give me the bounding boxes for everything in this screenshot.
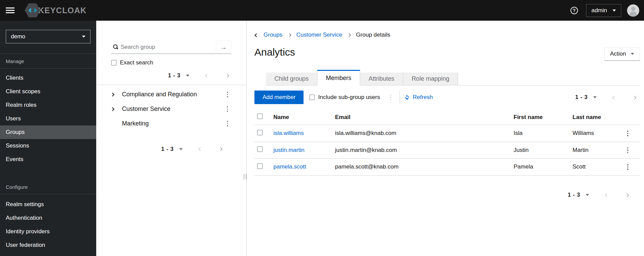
sidebar-item-groups[interactable]: Groups [0,125,96,139]
tab-child-groups[interactable]: Child groups [266,73,317,85]
pagination-prev-button[interactable] [604,191,609,199]
breadcrumb: Groups Customer Service Group details [254,31,640,39]
panel-resize-handle[interactable] [244,174,246,179]
exact-search-checkbox[interactable] [111,60,117,65]
page-title: Analytics [254,46,295,58]
sidebar-item-authentication[interactable]: Authentication [0,211,96,225]
chevron-down-icon [179,148,183,150]
table-row: isla.williams isla.williams@knab.com Isl… [254,125,640,142]
search-submit-button[interactable]: → [216,41,231,54]
refresh-label: Refresh [413,94,433,101]
pagination-next-button[interactable] [632,94,637,101]
kebab-menu-icon[interactable] [624,129,631,138]
chevron-down-icon [82,36,85,38]
kebab-menu-icon[interactable] [224,105,231,113]
chevron-right-icon[interactable] [111,93,121,96]
group-tree: Compliance and Regulation Customer Servi… [96,87,246,131]
kebab-menu-icon[interactable] [624,163,631,171]
kebab-menu-icon[interactable] [224,90,231,99]
pagination-next-button[interactable] [624,191,630,199]
pagination-range-dropdown[interactable]: 1 - 3 [161,146,183,152]
select-all-checkbox[interactable] [257,114,263,119]
search-icon [113,44,118,49]
exact-search-label: Exact search [120,59,153,66]
include-subgroups-label: Include sub-group users [318,94,380,101]
chevron-right-icon [347,33,351,37]
tab-attributes[interactable]: Attributes [360,73,403,85]
hamburger-menu-icon[interactable] [6,7,15,13]
group-tree-item[interactable]: Compliance and Regulation [96,87,246,102]
group-name[interactable]: Compliance and Regulation [122,91,197,98]
refresh-button[interactable]: Refresh [404,94,433,101]
sidebar-item-realm-roles[interactable]: Realm roles [0,98,96,112]
breadcrumb-item-current: Group details [356,32,390,38]
sidebar-item-identity-providers[interactable]: Identity providers [0,225,96,238]
kebab-menu-icon[interactable] [624,146,631,155]
help-icon[interactable]: ? [570,7,578,14]
tab-members[interactable]: Members [317,70,360,85]
sidebar-item-events[interactable]: Events [0,153,96,166]
pagination-range: 1 - 3 [161,146,174,152]
pagination-prev-button[interactable] [204,72,210,79]
group-name[interactable]: Marketing [122,120,149,127]
sidebar-item-sessions[interactable]: Sessions [0,139,96,153]
search-group-input[interactable] [111,41,216,54]
row-checkbox[interactable] [257,146,263,152]
chevron-down-icon [631,53,634,55]
sidebar-item-clients[interactable]: Clients [0,71,96,85]
masthead: KEYCLOAK ? admin [0,0,644,21]
row-checkbox[interactable] [257,163,263,169]
group-tree-item[interactable]: Customer Service [96,102,246,116]
pagination-range-dropdown[interactable]: 1 - 3 [575,94,597,100]
divider [399,91,400,103]
column-header-name: Name [271,110,332,125]
member-username-link[interactable]: isla.williams [273,130,304,136]
pagination-range-dropdown[interactable]: 1 - 3 [168,73,189,79]
include-subgroups-checkbox[interactable] [309,95,315,100]
action-dropdown[interactable]: Action [604,47,640,61]
table-header-row: Name Email First name Last name [254,110,640,125]
members-toolbar: Add member Include sub-group users Refre… [254,85,640,110]
sidebar-item-user-federation[interactable]: User federation [0,238,96,252]
kebab-menu-icon[interactable] [388,93,394,102]
breadcrumb-item-groups[interactable]: Groups [264,32,283,38]
member-last-name: Williams [570,125,622,142]
pagination-prev-button[interactable] [198,145,203,153]
include-subgroups-option[interactable]: Include sub-group users [309,94,380,101]
sidebar-item-realm-settings[interactable]: Realm settings [0,198,96,211]
kebab-menu-icon[interactable] [224,119,231,128]
realm-selector[interactable]: demo [6,30,90,43]
group-name[interactable]: Customer Service [122,105,170,113]
chevron-down-icon [612,9,616,12]
members-pagination-top: 1 - 3 [575,94,640,101]
user-menu-dropdown[interactable]: admin [586,4,621,17]
add-member-button[interactable]: Add member [254,91,304,104]
sidebar-item-users[interactable]: Users [0,112,96,125]
member-username-link[interactable]: justin.martin [273,147,305,153]
nav-section-configure: Configure Realm settings Authentication … [0,180,96,252]
brand-text: KEYCLOAK [38,6,87,15]
exact-search-option[interactable]: Exact search [111,59,231,66]
group-tree-item[interactable]: Marketing [96,116,246,131]
tree-pagination-top: 1 - 3 [111,72,230,79]
pagination-prev-button[interactable] [611,94,617,101]
group-search-bar: → [111,41,231,54]
row-checkbox[interactable] [257,130,263,135]
tab-role-mapping[interactable]: Role mapping [403,73,458,85]
pagination-next-button[interactable] [218,145,223,153]
member-username-link[interactable]: pamela.scott [273,163,306,170]
table-row: justin.martin justin.martin@knab.com Jus… [254,142,640,159]
pagination-next-button[interactable] [225,72,230,79]
sidebar-item-client-scopes[interactable]: Client scopes [0,85,96,98]
breadcrumb-back-icon[interactable] [254,31,258,39]
chevron-right-icon[interactable] [111,108,121,111]
breadcrumb-item-customer-service[interactable]: Customer Service [296,32,342,38]
username: admin [591,7,607,14]
pagination-range: 1 - 3 [575,94,588,100]
sidebar: demo Manage Clients Client scopes Realm … [0,21,96,256]
chevron-down-icon [593,96,597,98]
pagination-range-dropdown[interactable]: 1 - 3 [568,192,589,198]
member-last-name: Scott [570,159,622,176]
avatar[interactable] [627,4,639,17]
group-tree-panel: → Exact search 1 - 3 Compliance and Regu… [96,21,247,256]
